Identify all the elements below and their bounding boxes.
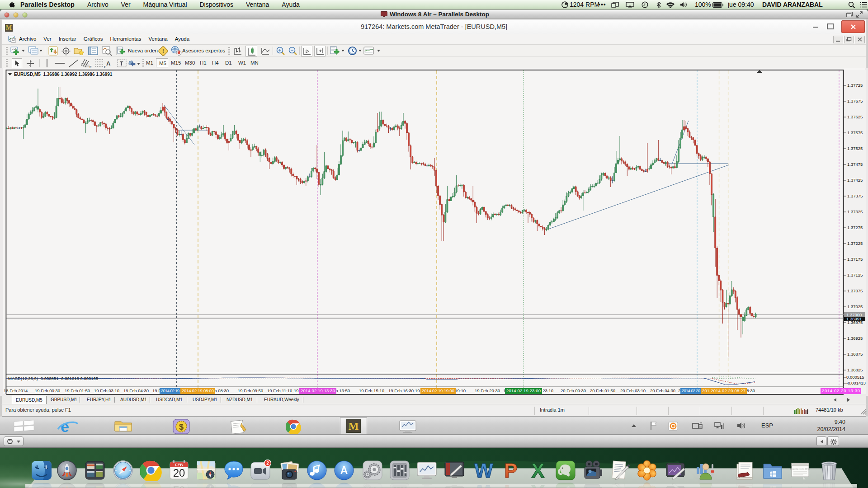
svg-text:20 Feb 03:10: 20 Feb 03:10 [620, 388, 646, 393]
svg-text:1.37075: 1.37075 [847, 288, 863, 293]
svg-text:20 Feb 04:30: 20 Feb 04:30 [650, 388, 675, 393]
svg-text:19 Feb 09:50: 19 Feb 09:50 [238, 388, 263, 393]
svg-text:1.36825: 1.36825 [847, 367, 863, 372]
svg-text:201 2014.02.20 08:27: 201 2014.02.20 08:27 [702, 388, 745, 393]
svg-text:2014.02.19 13:30: 2014.02.19 13:30 [301, 388, 335, 393]
svg-text:1.36875: 1.36875 [847, 352, 863, 357]
svg-text:FEB: FEB [175, 463, 183, 467]
svg-text:20 Feb 01:50: 20 Feb 01:50 [590, 388, 615, 393]
svg-text:1.37225: 1.37225 [847, 241, 863, 246]
svg-text:2014.02.19 08:00: 2014.02.19 08:00 [182, 388, 214, 393]
svg-text:2014.02.20: 2014.02.20 [682, 388, 700, 393]
svg-text:19 Feb 00:30: 19 Feb 00:30 [35, 388, 60, 393]
svg-text:19 Feb 01:50: 19 Feb 01:50 [65, 388, 90, 393]
svg-text:19 Feb 20:30: 19 Feb 20:30 [475, 388, 500, 393]
svg-text:19 Feb 16:30: 19 Feb 16:30 [388, 388, 414, 393]
svg-text:1.37325: 1.37325 [847, 209, 863, 214]
svg-text:EURUSD,M5 1.36986 1.36992 1.3: EURUSD,M5 1.36986 1.36992 1.36986 1.3699… [14, 72, 113, 77]
svg-text:1.37525: 1.37525 [847, 146, 863, 151]
svg-text:1.36991: 1.36991 [846, 316, 862, 321]
svg-text:20: 20 [173, 467, 185, 479]
svg-text:19 Feb 15:10: 19 Feb 15:10 [359, 388, 384, 393]
svg-text:2: 2 [266, 461, 269, 466]
svg-text:1.37275: 1.37275 [847, 225, 863, 230]
svg-text:M: M [349, 420, 359, 432]
svg-text:19 Feb 04:30: 19 Feb 04:30 [123, 388, 149, 393]
svg-text:P: P [504, 460, 517, 481]
svg-text:W: W [474, 460, 493, 481]
svg-text:20 Feb 00:30: 20 Feb 00:30 [561, 388, 586, 393]
svg-text:1.37375: 1.37375 [847, 193, 863, 198]
svg-text:1.37475: 1.37475 [847, 162, 863, 167]
svg-text:1.37725: 1.37725 [847, 83, 863, 88]
svg-text:e: e [61, 418, 69, 435]
svg-text:1.37125: 1.37125 [847, 272, 863, 277]
svg-text:X: X [531, 460, 544, 481]
svg-text:1.37175: 1.37175 [847, 257, 863, 262]
svg-text:!: ! [162, 48, 164, 54]
svg-text:19 Feb 03:10: 19 Feb 03:10 [94, 388, 119, 393]
svg-text:2014.02.19 19:00: 2014.02.19 19:00 [422, 388, 454, 393]
svg-text:2014.02.19: 2014.02.19 [161, 388, 179, 393]
svg-text:1.36925: 1.36925 [847, 336, 863, 341]
svg-text:1.37675: 1.37675 [847, 99, 863, 103]
svg-text:0.000515: 0.000515 [846, 375, 864, 380]
svg-text:1.37425: 1.37425 [847, 178, 863, 183]
svg-text:$: $ [179, 422, 184, 432]
svg-text:1.37625: 1.37625 [847, 114, 863, 119]
svg-text:A: A [340, 465, 348, 476]
svg-text:T: T [120, 61, 123, 67]
svg-text:18 Feb 2014: 18 Feb 2014 [4, 388, 28, 393]
svg-text:19 Feb 11:10: 19 Feb 11:10 [267, 388, 292, 393]
svg-text:Esquema en una Windo: Esquema en una Windo [790, 468, 811, 470]
svg-text:2014.02.20 13:30: 2014.02.20 13:30 [822, 388, 860, 393]
svg-text:2014.02.19 23:00: 2014.02.19 23:00 [506, 388, 541, 393]
svg-text:1.37025: 1.37025 [847, 304, 863, 309]
svg-text:MACD(12,26,9) -0.000851 -0.001: MACD(12,26,9) -0.000851 -0.001016 0.0001… [8, 376, 98, 381]
svg-text:-0.001413: -0.001413 [846, 380, 866, 385]
svg-text:1.37575: 1.37575 [847, 130, 863, 135]
